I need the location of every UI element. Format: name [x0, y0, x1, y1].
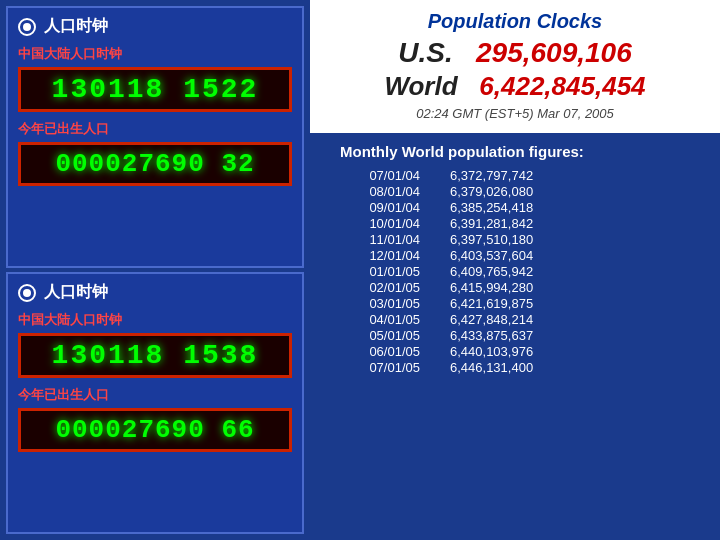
table-row-value: 6,397,510,180: [450, 232, 700, 247]
clock-box-1: 人口时钟 中国大陆人口时钟 130118 1522 今年已出生人口 000027…: [6, 6, 304, 268]
data-table: 07/01/046,372,797,74208/01/046,379,026,0…: [340, 168, 700, 375]
table-row-date: 05/01/05: [340, 328, 430, 343]
monthly-title: Monthly World population figures:: [340, 143, 700, 160]
monthly-section: Monthly World population figures: 07/01/…: [310, 133, 720, 385]
left-panel: 人口时钟 中国大陆人口时钟 130118 1522 今年已出生人口 000027…: [0, 0, 310, 540]
births-display-2: 000027690 66: [18, 408, 292, 452]
us-number: 295,609,106: [476, 37, 632, 68]
table-row-value: 6,372,797,742: [450, 168, 700, 183]
us-label: U.S.: [398, 37, 452, 68]
timestamp: 02:24 GMT (EST+5) Mar 07, 2005: [330, 106, 700, 121]
clock-title-cn-2: 人口时钟: [44, 282, 108, 303]
table-row-date: 04/01/05: [340, 312, 430, 327]
table-row-value: 6,440,103,976: [450, 344, 700, 359]
radio-icon-2[interactable]: [18, 284, 36, 302]
table-row-value: 6,415,994,280: [450, 280, 700, 295]
table-row-value: 6,409,765,942: [450, 264, 700, 279]
table-row-date: 07/01/04: [340, 168, 430, 183]
clock-header-2: 人口时钟: [18, 282, 292, 303]
clock-title-cn-1: 人口时钟: [44, 16, 108, 37]
table-row-date: 06/01/05: [340, 344, 430, 359]
table-row-value: 6,391,281,842: [450, 216, 700, 231]
table-row-date: 03/01/05: [340, 296, 430, 311]
table-row-value: 6,421,619,875: [450, 296, 700, 311]
us-row: U.S. 295,609,106: [330, 37, 700, 69]
china-clock-label-2: 中国大陆人口时钟: [18, 311, 292, 329]
clock-box-2: 人口时钟 中国大陆人口时钟 130118 1538 今年已出生人口 000027…: [6, 272, 304, 534]
clock-header-1: 人口时钟: [18, 16, 292, 37]
table-row-date: 11/01/04: [340, 232, 430, 247]
world-label: World: [384, 71, 457, 101]
births-display-1: 000027690 32: [18, 142, 292, 186]
pop-clocks-header: Population Clocks U.S. 295,609,106 World…: [310, 0, 720, 133]
china-clock-display-1: 130118 1522: [18, 67, 292, 112]
table-row-date: 09/01/04: [340, 200, 430, 215]
table-row-value: 6,379,026,080: [450, 184, 700, 199]
table-row-date: 01/01/05: [340, 264, 430, 279]
table-row-date: 08/01/04: [340, 184, 430, 199]
radio-icon-1[interactable]: [18, 18, 36, 36]
table-row-value: 6,446,131,400: [450, 360, 700, 375]
table-row-date: 12/01/04: [340, 248, 430, 263]
world-row: World 6,422,845,454: [330, 71, 700, 102]
table-row-date: 07/01/05: [340, 360, 430, 375]
births-label-2: 今年已出生人口: [18, 386, 292, 404]
china-clock-display-2: 130118 1538: [18, 333, 292, 378]
table-row-value: 6,433,875,637: [450, 328, 700, 343]
births-label-1: 今年已出生人口: [18, 120, 292, 138]
table-row-date: 02/01/05: [340, 280, 430, 295]
table-row-value: 6,403,537,604: [450, 248, 700, 263]
pop-clocks-title: Population Clocks: [330, 10, 700, 33]
right-panel: Population Clocks U.S. 295,609,106 World…: [310, 0, 720, 540]
table-row-value: 6,427,848,214: [450, 312, 700, 327]
world-number: 6,422,845,454: [479, 71, 645, 101]
table-row-value: 6,385,254,418: [450, 200, 700, 215]
china-clock-label-1: 中国大陆人口时钟: [18, 45, 292, 63]
table-row-date: 10/01/04: [340, 216, 430, 231]
